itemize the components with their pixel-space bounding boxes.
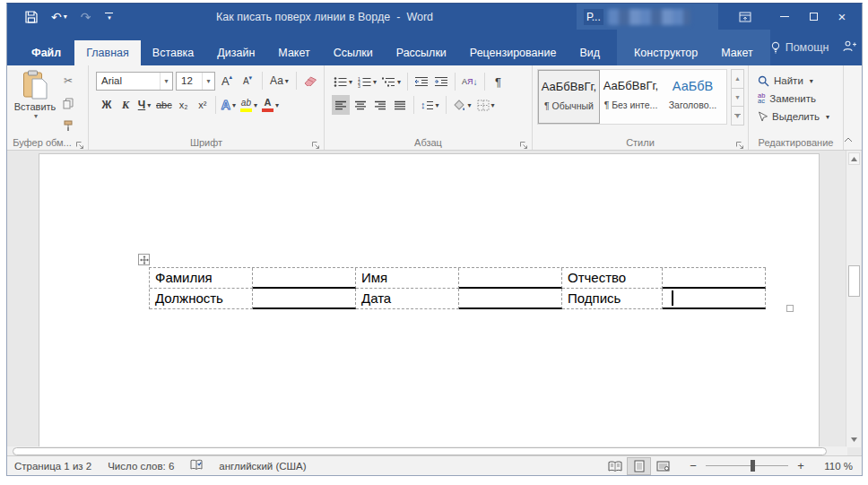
increase-indent-button[interactable] bbox=[432, 72, 450, 91]
scroll-up-button[interactable] bbox=[848, 152, 860, 165]
tab-home[interactable]: Главная bbox=[74, 40, 141, 65]
tab-layout[interactable]: Макет bbox=[266, 40, 321, 65]
styles-scroll-up-button[interactable]: ▲ bbox=[731, 69, 744, 89]
copy-button[interactable] bbox=[59, 93, 77, 113]
word-count[interactable]: Число слов: 6 bbox=[108, 461, 174, 472]
print-layout-button[interactable] bbox=[627, 457, 651, 475]
tab-file[interactable]: Файл bbox=[18, 40, 74, 65]
zoom-out-button[interactable]: − bbox=[688, 459, 699, 472]
tab-design[interactable]: Дизайн bbox=[205, 40, 266, 65]
strikethrough-button[interactable]: abc bbox=[154, 95, 174, 115]
underline-button[interactable]: Ч bbox=[135, 95, 153, 115]
table-cell-blank[interactable] bbox=[459, 268, 562, 289]
table-cell[interactable]: Должность bbox=[150, 289, 253, 309]
table-cell-blank[interactable] bbox=[253, 268, 356, 289]
horizontal-scroll-thumb[interactable] bbox=[13, 447, 827, 455]
web-layout-button[interactable] bbox=[651, 457, 675, 475]
line-spacing-button[interactable]: ↕ bbox=[419, 95, 441, 115]
table-resize-handle[interactable] bbox=[786, 305, 794, 312]
vertical-scrollbar[interactable] bbox=[846, 151, 861, 447]
table-cell[interactable]: Фамилия bbox=[150, 268, 253, 289]
styles-more-button[interactable]: ▼ bbox=[731, 106, 744, 126]
italic-button[interactable]: К bbox=[117, 95, 135, 115]
grow-font-button[interactable]: А▴ bbox=[218, 71, 236, 91]
highlight-color-button[interactable]: ab bbox=[239, 95, 259, 115]
document-table[interactable]: Фамилия Имя Отчество Должность Дата Подп… bbox=[149, 267, 766, 309]
style-heading1[interactable]: АаБбВ Заголово... bbox=[662, 70, 724, 124]
show-formatting-marks-button[interactable]: ¶ bbox=[490, 72, 508, 91]
table-cell-blank[interactable] bbox=[459, 289, 562, 309]
font-color-button[interactable]: А bbox=[260, 95, 281, 115]
zoom-in-button[interactable]: + bbox=[795, 459, 806, 472]
find-button[interactable]: Найти bbox=[749, 72, 843, 90]
read-mode-button[interactable] bbox=[603, 457, 627, 475]
align-center-button[interactable] bbox=[352, 95, 369, 115]
maximize-button[interactable] bbox=[799, 4, 828, 30]
tab-mailings[interactable]: Рассылки bbox=[385, 40, 458, 65]
clear-formatting-button[interactable] bbox=[302, 71, 320, 91]
numbering-button[interactable]: 123 bbox=[356, 72, 378, 91]
shrink-font-button[interactable]: А▾ bbox=[239, 71, 256, 91]
zoom-level[interactable]: 110 % bbox=[817, 461, 853, 472]
paste-button[interactable]: Вставить bbox=[14, 70, 56, 133]
tab-table-design[interactable]: Конструктор bbox=[622, 40, 709, 65]
table-move-handle[interactable] bbox=[138, 254, 150, 265]
styles-dialog-launcher[interactable] bbox=[735, 137, 745, 147]
share-button[interactable] bbox=[843, 39, 857, 56]
table-cell-blank[interactable] bbox=[253, 289, 356, 309]
table-cell[interactable]: Имя bbox=[356, 268, 459, 289]
page-indicator[interactable]: Страница 1 из 2 bbox=[14, 461, 91, 472]
customize-qat-button[interactable] bbox=[104, 13, 114, 22]
tab-table-layout[interactable]: Макет bbox=[709, 40, 764, 65]
change-case-button[interactable]: Аа bbox=[268, 71, 291, 91]
tab-review[interactable]: Рецензирование bbox=[458, 40, 569, 65]
font-size-combo[interactable]: 12 ▾ bbox=[176, 72, 215, 91]
font-name-combo[interactable]: Arial ▾ bbox=[96, 72, 173, 91]
document-page[interactable]: Фамилия Имя Отчество Должность Дата Подп… bbox=[39, 153, 820, 450]
style-normal[interactable]: АаБбВвГг, ¶ Обычный bbox=[538, 70, 600, 124]
table-cell-blank[interactable] bbox=[663, 268, 766, 289]
table-cell[interactable]: Дата bbox=[356, 289, 459, 309]
justify-button[interactable] bbox=[391, 95, 409, 115]
superscript-button[interactable]: x² bbox=[194, 95, 212, 115]
redo-button[interactable]: ↷ bbox=[81, 11, 91, 23]
zoom-slider-thumb[interactable] bbox=[751, 460, 755, 472]
language-indicator[interactable]: английский (США) bbox=[219, 461, 306, 472]
ribbon-display-options-button[interactable] bbox=[731, 4, 760, 30]
subscript-button[interactable]: x₂ bbox=[175, 95, 193, 115]
styles-scroll-down-button[interactable]: ▼ bbox=[731, 88, 744, 108]
tab-view[interactable]: Вид bbox=[568, 40, 612, 65]
select-button[interactable]: Выделить bbox=[749, 108, 843, 126]
clipboard-dialog-launcher[interactable] bbox=[75, 137, 85, 147]
replace-button[interactable]: abac Заменить bbox=[749, 90, 843, 108]
shading-button[interactable] bbox=[451, 95, 473, 115]
text-effects-button[interactable]: А bbox=[220, 95, 238, 115]
scroll-down-button[interactable] bbox=[848, 433, 860, 446]
tell-me-control[interactable]: Помощн bbox=[770, 41, 829, 54]
close-button[interactable]: × bbox=[828, 4, 856, 30]
paragraph-dialog-launcher[interactable] bbox=[519, 137, 529, 147]
font-dialog-launcher[interactable] bbox=[311, 137, 321, 147]
collapse-ribbon-button[interactable] bbox=[842, 134, 855, 145]
table-cell[interactable]: Подпись bbox=[562, 289, 663, 309]
vertical-scroll-thumb[interactable] bbox=[848, 265, 860, 297]
table-cell-blank[interactable] bbox=[663, 289, 766, 309]
align-left-button[interactable] bbox=[332, 95, 350, 115]
borders-button[interactable] bbox=[475, 95, 497, 115]
zoom-slider[interactable] bbox=[706, 465, 788, 466]
proofing-status[interactable] bbox=[190, 459, 203, 472]
table-cell[interactable]: Отчество bbox=[562, 268, 663, 289]
decrease-indent-button[interactable] bbox=[412, 72, 430, 91]
style-no-spacing[interactable]: АаБбВвГг, ¶ Без инте... bbox=[600, 70, 662, 124]
sort-button[interactable]: АЯ↓ bbox=[460, 72, 480, 91]
paste-dropdown[interactable] bbox=[32, 112, 38, 120]
undo-button[interactable]: ↶ bbox=[51, 11, 67, 23]
cut-button[interactable]: ✂ bbox=[59, 71, 77, 91]
bold-button[interactable]: Ж bbox=[98, 95, 116, 115]
format-painter-button[interactable] bbox=[59, 116, 77, 135]
bullets-button[interactable] bbox=[332, 72, 354, 91]
tab-insert[interactable]: Вставка bbox=[141, 40, 205, 65]
save-button[interactable] bbox=[25, 11, 38, 23]
tab-references[interactable]: Ссылки bbox=[322, 40, 385, 65]
minimize-button[interactable] bbox=[770, 4, 799, 30]
